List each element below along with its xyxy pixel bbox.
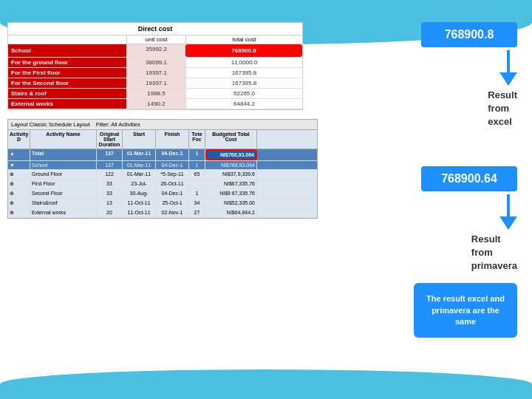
excel-row-stairs: Stairs & roof 1988.5 52265.0 <box>8 89 302 99</box>
prim-total-id: ▲ <box>8 149 30 160</box>
prim-external-id: ⊕ <box>8 208 30 217</box>
prim-second-finish: 04-Dec-1 <box>156 189 189 198</box>
excel-subheader: unit cost total cost <box>8 35 302 44</box>
result-bottom-label: Result from primavera <box>471 233 517 273</box>
prim-school-foc: 1 <box>189 161 205 169</box>
top-result-group: 768900.8 Result from excel <box>421 22 517 129</box>
school-total: 768900.8 <box>185 44 302 57</box>
prim-stairs-foc: 34 <box>189 199 205 208</box>
excel-row-first: For the First floor 19397.1 167395.8 <box>8 68 302 78</box>
excel-header-row: Direct cost <box>8 23 302 35</box>
prim-header: Activity D Activity Name Original Start … <box>8 130 317 149</box>
col-act-name-header: Activity Name <box>30 130 97 149</box>
prim-external-orig: 20 <box>97 208 123 217</box>
prim-row-external: ⊕ External works 20 11-Oct-11 02-Nov-1 2… <box>8 208 317 218</box>
prim-second-budgeted: NI$9 67,335.76 <box>205 189 257 198</box>
result-from-excel: Result from excel <box>488 89 517 127</box>
primavera-table: Layout Classic Schedule Layout Filter: A… <box>7 119 318 219</box>
col-orig-header: Original Start Duration <box>97 130 123 149</box>
col-budgeted-header: Budgeted Total Cost <box>205 130 257 149</box>
prim-second-orig: 33 <box>97 189 123 198</box>
direct-cost-header: Direct cost <box>135 24 176 33</box>
excel-table: Direct cost unit cost total cost School … <box>7 22 303 110</box>
prim-external-foc: 27 <box>189 208 205 217</box>
excel-row-external: External works 1490.2 64844.2 <box>8 99 302 109</box>
ground-total: 11,0000.0 <box>185 58 302 67</box>
prim-total-budgeted: NI$768,93.064 <box>205 149 257 160</box>
external-unit: 1490.2 <box>126 99 185 109</box>
col-total-header: total cost <box>185 35 302 44</box>
prim-layout-label: Layout Classic Schedule Layout <box>11 121 90 128</box>
prim-first-foc <box>189 180 205 188</box>
prim-first-finish: 26-Oct-11 <box>156 180 189 188</box>
prim-first-start: 23-Jul- <box>123 180 156 188</box>
prim-total-foc: 1 <box>189 149 205 160</box>
prim-school-id: ▼ <box>8 161 30 169</box>
prim-stairs-id: ⊕ <box>8 199 30 208</box>
first-name: For the First floor <box>8 68 126 78</box>
bottom-result-group: 768900.64 Result from primavera The resu… <box>414 166 517 338</box>
prim-row-stairs: ⊕ Stairs&roof 13 11-Oct-11 25-Oct-1 34 N… <box>8 199 317 208</box>
prim-stairs-start: 11-Oct-11 <box>123 199 156 208</box>
first-total: 167395.8 <box>185 68 302 78</box>
prim-school-name: School <box>30 161 97 169</box>
prim-row-first: ⊕ First Floor 33 23-Jul- 26-Oct-11 NI$67… <box>8 180 317 189</box>
prim-school-orig: 137 <box>97 161 123 169</box>
col-unit-header: unit cost <box>126 35 185 44</box>
prim-external-finish: 02-Nov-1 <box>156 208 189 217</box>
arrow-down-top <box>499 50 517 86</box>
prim-second-foc: 1 <box>189 189 205 198</box>
stairs-unit: 1988.5 <box>126 89 185 98</box>
prim-first-orig: 33 <box>97 180 123 188</box>
arrow-down-bottom <box>499 194 517 230</box>
prim-stairs-finish: 25-Oct-1 <box>156 199 189 208</box>
prim-first-budgeted: NI$67,335.76 <box>205 180 257 188</box>
external-name: External works <box>8 99 126 109</box>
prim-total-name: Total <box>30 149 97 160</box>
col-start-header: Start <box>123 130 156 149</box>
result-from-primavera: Result from primavera <box>471 233 517 271</box>
result-bottom-box: 768900.64 <box>421 166 517 191</box>
stairs-name: Stairs & roof <box>8 89 126 98</box>
prim-first-name: First Floor <box>30 180 97 188</box>
second-name: For the Second floor <box>8 78 126 88</box>
school-unit: 35992.2 <box>126 44 185 57</box>
prim-stairs-name: Stairs&roof <box>30 199 97 208</box>
prim-toolbar: Layout Classic Schedule Layout Filter: A… <box>8 120 317 130</box>
prim-stairs-budgeted: NI$52,335.00 <box>205 199 257 208</box>
prim-ground-orig: 122 <box>97 170 123 179</box>
prim-second-start: 30-Aug- <box>123 189 156 198</box>
left-section: Direct cost unit cost total cost School … <box>7 15 325 392</box>
prim-ground-start: 01-Mar-11 <box>123 170 156 179</box>
school-name: School <box>8 44 126 57</box>
prim-ground-budgeted: NI$37,9,339.6 <box>205 170 257 179</box>
prim-school-finish: 04-Dec-1 <box>156 161 189 169</box>
prim-total-finish: 04-Dec-1 <box>156 149 189 160</box>
col-foc-header: Tote Foc <box>189 130 205 149</box>
prim-total-orig: 137 <box>97 149 123 160</box>
prim-external-name: External works <box>30 208 97 217</box>
second-unit: 19397.1 <box>126 78 185 88</box>
prim-row-ground: ⊕ Ground Floor 122 01-Mar-11 *5-Sep-11 6… <box>8 170 317 180</box>
prim-school-budgeted: NI$768,93.064 <box>205 161 257 169</box>
external-total: 64844.2 <box>185 99 302 109</box>
prim-ground-foc: 65 <box>189 170 205 179</box>
ground-unit: 38099.1 <box>126 58 185 67</box>
prim-second-id: ⊕ <box>8 189 30 198</box>
main-content: Direct cost unit cost total cost School … <box>7 15 525 392</box>
prim-total-start: 01-Mar-11 <box>123 149 156 160</box>
prim-filter-label: Filter: All Activities <box>96 121 140 128</box>
first-unit: 19397.1 <box>126 68 185 78</box>
ground-name: For the ground floor <box>8 58 126 67</box>
second-total: 167395.8 <box>185 78 302 88</box>
excel-row-school: School 35992.2 768900.8 <box>8 44 302 58</box>
col-finish-header: Finish <box>156 130 189 149</box>
right-section: 768900.8 Result from excel 768900.64 Res… <box>325 15 525 392</box>
prim-row-second: ⊕ Second Floor 33 30-Aug- 04-Dec-1 1 NI$… <box>8 189 317 199</box>
stairs-total: 52265.0 <box>185 89 302 98</box>
prim-first-id: ⊕ <box>8 180 30 188</box>
same-result-box: The result excel and primavera are the s… <box>414 283 517 338</box>
prim-ground-id: ⊕ <box>8 170 30 179</box>
right-top-inner: Result from excel <box>488 89 517 129</box>
prim-external-budgeted: NI$64,844.2 <box>205 208 257 217</box>
